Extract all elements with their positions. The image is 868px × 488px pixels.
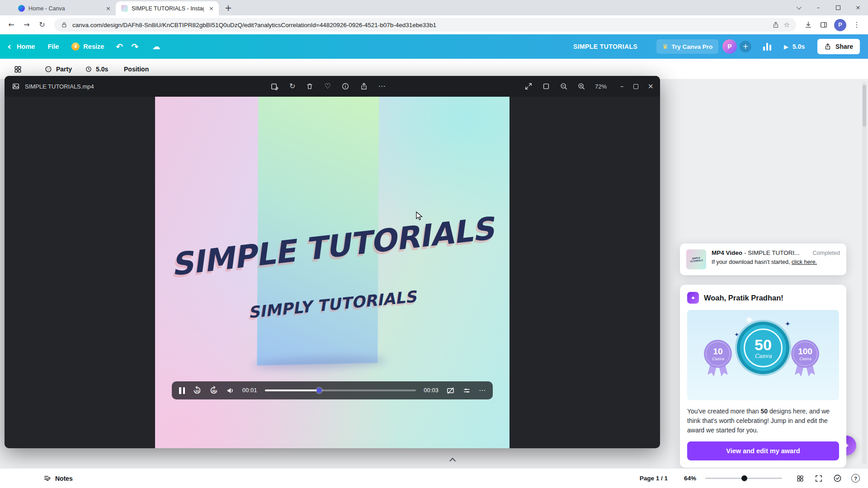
saved-check-icon[interactable] — [833, 474, 842, 483]
file-button[interactable]: File — [47, 43, 59, 50]
download-type: MP4 Video — [712, 249, 742, 256]
party-icon — [44, 65, 52, 73]
zoom-out-icon[interactable] — [560, 82, 568, 90]
browser-menu-icon[interactable]: ⋮ — [850, 18, 863, 32]
zoom-slider[interactable] — [705, 478, 782, 479]
tab-simple-tutorials[interactable]: SIMPLE TUTORIALS - Instagram × — [116, 1, 219, 15]
scrollbar — [862, 82, 867, 465]
video-preview-window: SIMPLE TUTORIALS.mp4 ↻ ♡ ⋯ 72% – × — [5, 76, 660, 448]
seek-slider[interactable] — [265, 389, 416, 391]
volume-icon[interactable] — [226, 386, 235, 395]
badge-10: 10 Canva — [704, 340, 732, 368]
preview-maximize-icon[interactable] — [633, 84, 638, 89]
total-time: 00:03 — [424, 387, 439, 394]
try-canva-pro-button[interactable]: ♛ Try Canva Pro — [656, 39, 718, 54]
design-title[interactable]: SIMPLE TUTORIALS — [573, 34, 637, 59]
reload-icon[interactable]: ↻ — [35, 18, 49, 32]
export-icon[interactable] — [360, 82, 368, 90]
omnibox[interactable]: canva.com/design/DAFh8-Sn8iU/KnCBTIPR82g… — [54, 18, 796, 32]
window-minimize-button[interactable]: – — [808, 0, 828, 15]
crown-icon: ♛ — [71, 42, 80, 51]
expand-timeline-button[interactable] — [446, 455, 458, 465]
pause-button[interactable] — [179, 387, 185, 394]
resize-button[interactable]: ♛ Resize — [71, 42, 104, 51]
tab-search-icon[interactable] — [788, 0, 808, 15]
rotate-icon[interactable]: ↻ — [289, 83, 295, 90]
trash-icon[interactable] — [306, 82, 314, 90]
page-indicator: Page 1 / 1 — [640, 475, 668, 482]
help-button[interactable]: ? — [851, 474, 860, 483]
more-options-icon[interactable]: ⋯ — [378, 83, 386, 90]
preview-close-icon[interactable]: × — [648, 83, 654, 90]
zoom-in-icon[interactable] — [577, 82, 585, 90]
canva-header: ‹ Home File ♛ Resize ↶ ↷ ☁ SIMPLE TUTORI… — [0, 34, 868, 59]
side-panel-icon[interactable] — [817, 18, 830, 32]
download-notification-card: SIMPLE TUTORIALS MP4 Video - SIMPLE TUTO… — [680, 244, 846, 275]
design-favicon — [121, 5, 128, 12]
seek-handle[interactable] — [316, 388, 322, 393]
view-award-button[interactable]: View and edit my award — [687, 441, 839, 460]
playback-settings-icon[interactable] — [462, 386, 471, 395]
skip-forward-label: 30 — [209, 389, 218, 393]
back-icon[interactable]: ← — [5, 18, 18, 32]
skip-forward-30-button[interactable]: 30 — [209, 386, 218, 395]
share-button[interactable]: Share — [817, 39, 860, 54]
screen: Home - Canva × SIMPLE TUTORIALS - Instag… — [0, 0, 868, 488]
url-text: canva.com/design/DAFh8-Sn8iU/KnCBTIPR82g… — [72, 22, 768, 28]
window-maximize-button[interactable] — [828, 0, 848, 15]
tab-close-icon[interactable]: × — [208, 5, 215, 12]
download-status: Completed — [813, 250, 840, 256]
favorite-heart-icon[interactable]: ♡ — [324, 83, 330, 90]
badge-brand: Canva — [799, 357, 811, 361]
download-info: MP4 Video - SIMPLE TUTORI... Completed I… — [712, 249, 840, 269]
badge-100: 100 Canva — [791, 340, 819, 368]
window-controls: – × — [788, 0, 868, 15]
zoom-level[interactable]: 64% — [684, 475, 696, 482]
preview-minimize-icon[interactable]: – — [620, 83, 624, 90]
notes-button[interactable]: Notes — [43, 474, 73, 482]
download-icon[interactable] — [802, 18, 815, 32]
edit-media-icon[interactable] — [270, 82, 279, 91]
undo-icon[interactable]: ↶ — [116, 42, 123, 51]
forward-icon[interactable]: → — [20, 18, 33, 32]
badge-brand: Canva — [712, 357, 724, 361]
preview-zoom-level[interactable]: 72% — [595, 83, 607, 90]
play-icon: ▶ — [784, 44, 788, 50]
download-hint: If your download hasn't started, — [712, 259, 792, 265]
badge-brand: Canva — [755, 353, 772, 359]
tab-close-icon[interactable]: × — [104, 5, 112, 12]
scrollbar-thumb[interactable] — [863, 85, 866, 127]
captions-off-icon[interactable] — [446, 386, 455, 395]
controls-more-icon[interactable]: ⋯ — [479, 387, 486, 394]
canva-avatar[interactable]: P — [722, 39, 737, 54]
expand-icon[interactable] — [524, 82, 533, 90]
zoom-slider-fill — [705, 478, 745, 479]
video-player[interactable]: SIMPLE TUTORIALS SIMPLY TUTORIALS 10 30 … — [155, 97, 509, 448]
add-member-button[interactable]: + — [740, 41, 751, 52]
share-label: Share — [835, 43, 853, 50]
bookmark-star-icon[interactable]: ☆ — [784, 22, 790, 28]
notes-icon — [43, 474, 51, 482]
download-retry-link[interactable]: click here. — [792, 259, 817, 265]
share-page-icon[interactable] — [772, 21, 779, 28]
redo-icon[interactable]: ↷ — [131, 42, 138, 51]
status-bar: Notes Page 1 / 1 64% ? — [0, 468, 868, 488]
badge-value: 100 — [798, 347, 812, 356]
browser-profile-avatar[interactable]: P — [834, 19, 846, 31]
tab-home-canva[interactable]: Home - Canva × — [13, 1, 116, 15]
header-back-icon[interactable]: ‹ — [7, 42, 11, 52]
home-button[interactable]: Home — [17, 43, 35, 50]
window-close-button[interactable]: × — [848, 0, 868, 15]
fullscreen-icon[interactable] — [814, 474, 823, 483]
info-icon[interactable] — [341, 82, 349, 90]
fit-frame-icon[interactable] — [542, 82, 550, 90]
lock-icon — [61, 21, 68, 28]
video-controls-bar: 10 30 00:01 00:03 — [172, 381, 493, 399]
skip-back-10-button[interactable]: 10 — [193, 386, 202, 395]
play-duration-button[interactable]: ▶ 5.0s — [784, 34, 805, 59]
zoom-slider-handle[interactable] — [741, 475, 747, 481]
insights-icon[interactable] — [763, 42, 771, 51]
new-tab-button[interactable]: + — [222, 1, 235, 14]
grid-view-icon[interactable] — [796, 474, 805, 483]
skip-back-label: 10 — [193, 389, 202, 393]
